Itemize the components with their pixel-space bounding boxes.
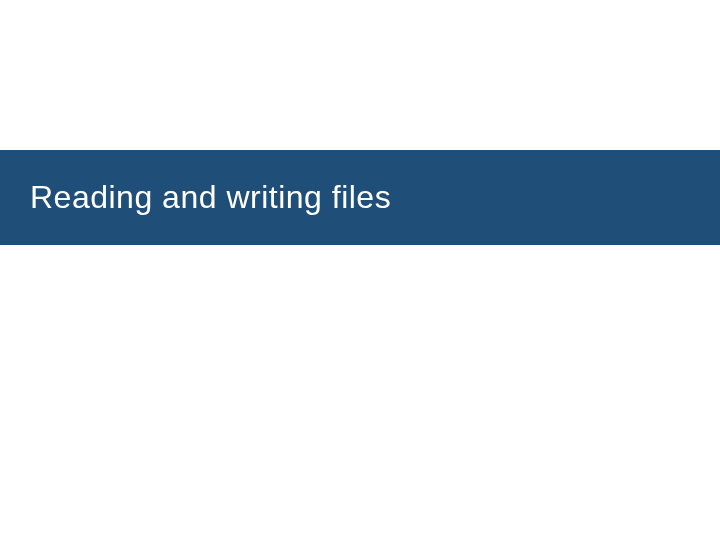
title-band: Reading and writing files <box>0 150 720 245</box>
slide-title: Reading and writing files <box>30 179 391 216</box>
